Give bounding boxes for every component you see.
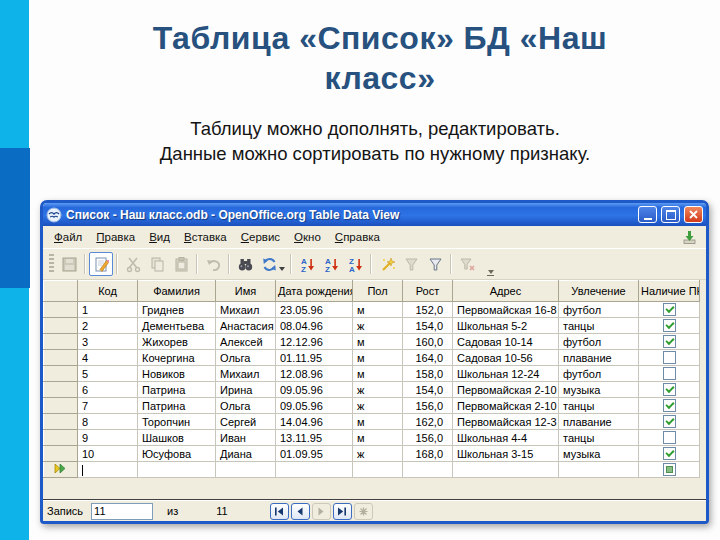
cell-pc[interactable] xyxy=(639,430,700,446)
pc-checkbox[interactable] xyxy=(663,303,676,316)
pc-checkbox[interactable] xyxy=(663,351,676,364)
cell-pc[interactable] xyxy=(639,414,700,430)
cell-address[interactable]: Школьная 3-15 xyxy=(453,446,559,462)
row-header[interactable] xyxy=(44,302,78,318)
cell-name[interactable]: Диана xyxy=(216,446,276,462)
cell-sex[interactable]: м xyxy=(353,366,403,382)
menu-item-4[interactable]: Сервис xyxy=(234,229,287,245)
cell-height[interactable]: 158,0 xyxy=(403,366,453,382)
cell-pc[interactable] xyxy=(639,302,700,318)
auto-filter-button[interactable] xyxy=(375,252,399,276)
cell-address[interactable]: Школьная 4-4 xyxy=(453,430,559,446)
column-header[interactable]: Пол xyxy=(353,281,403,302)
cell-birth[interactable]: 01.11.95 xyxy=(276,350,353,366)
cell-name[interactable]: Сергей xyxy=(216,414,276,430)
menu-item-3[interactable]: Вставка xyxy=(177,229,234,245)
cell-name[interactable]: Михаил xyxy=(216,366,276,382)
cell-birth[interactable]: 12.08.96 xyxy=(276,366,353,382)
table-corner[interactable] xyxy=(44,281,78,302)
cell-sex[interactable]: м xyxy=(353,302,403,318)
cell-height[interactable]: 152,0 xyxy=(403,302,453,318)
pc-checkbox[interactable] xyxy=(663,399,676,412)
cell-height[interactable]: 164,0 xyxy=(403,350,453,366)
edit-data-button[interactable] xyxy=(89,252,113,276)
new-record-button[interactable] xyxy=(354,503,373,520)
cell-birth[interactable]: 09.05.96 xyxy=(276,382,353,398)
new-cell-sex[interactable] xyxy=(353,462,403,478)
pc-checkbox[interactable] xyxy=(663,463,676,476)
column-header[interactable]: Наличие ПК xyxy=(639,281,700,302)
cell-birth[interactable]: 09.05.96 xyxy=(276,398,353,414)
remove-filter-button[interactable] xyxy=(455,252,479,276)
menu-item-1[interactable]: Правка xyxy=(89,229,142,245)
cell-id[interactable]: 7 xyxy=(78,398,138,414)
cell-id[interactable]: 3 xyxy=(78,334,138,350)
new-cell-surname[interactable] xyxy=(138,462,216,478)
cell-hobby[interactable]: футбол xyxy=(559,366,639,382)
sort-ascending-button[interactable]: A Z xyxy=(319,252,343,276)
pc-checkbox[interactable] xyxy=(663,319,676,332)
cell-id[interactable]: 10 xyxy=(78,446,138,462)
cell-address[interactable]: Школьная 5-2 xyxy=(453,318,559,334)
cell-address[interactable]: Первомайская 16-8 xyxy=(453,302,559,318)
next-record-button[interactable] xyxy=(312,503,331,520)
cell-name[interactable]: Ирина xyxy=(216,382,276,398)
minimize-button[interactable] xyxy=(638,206,657,223)
cell-birth[interactable]: 12.12.96 xyxy=(276,334,353,350)
cell-name[interactable]: Михаил xyxy=(216,302,276,318)
cell-id[interactable]: 8 xyxy=(78,414,138,430)
cell-hobby[interactable]: музыка xyxy=(559,382,639,398)
cell-address[interactable]: Первомайская 12-3 xyxy=(453,414,559,430)
record-number-input[interactable] xyxy=(91,503,153,520)
find-record-button[interactable] xyxy=(233,252,257,276)
paste-button[interactable] xyxy=(169,252,193,276)
cell-height[interactable]: 154,0 xyxy=(403,382,453,398)
cell-pc[interactable] xyxy=(639,398,700,414)
cell-sex[interactable]: ж xyxy=(353,318,403,334)
undo-button[interactable] xyxy=(201,252,225,276)
cell-hobby[interactable]: музыка xyxy=(559,446,639,462)
cell-surname[interactable]: Патрина xyxy=(138,382,216,398)
cell-pc[interactable] xyxy=(639,318,700,334)
cell-pc[interactable] xyxy=(639,350,700,366)
cell-birth[interactable]: 13.11.95 xyxy=(276,430,353,446)
cell-id[interactable]: 9 xyxy=(78,430,138,446)
cell-surname[interactable]: Патрина xyxy=(138,398,216,414)
cell-id[interactable]: 4 xyxy=(78,350,138,366)
cell-height[interactable]: 162,0 xyxy=(403,414,453,430)
pc-checkbox[interactable] xyxy=(663,367,676,380)
cell-hobby[interactable]: танцы xyxy=(559,398,639,414)
cell-birth[interactable]: 08.04.96 xyxy=(276,318,353,334)
cell-height[interactable]: 156,0 xyxy=(403,430,453,446)
menu-item-0[interactable]: Файл xyxy=(47,229,89,245)
cell-pc[interactable] xyxy=(639,382,700,398)
cell-hobby[interactable]: танцы xyxy=(559,318,639,334)
previous-record-button[interactable] xyxy=(291,503,310,520)
new-cell-hobby[interactable] xyxy=(559,462,639,478)
row-header[interactable] xyxy=(44,350,78,366)
apply-filter-button[interactable] xyxy=(399,252,423,276)
cell-height[interactable]: 160,0 xyxy=(403,334,453,350)
refresh-dropdown-icon[interactable] xyxy=(279,267,285,271)
cell-id[interactable]: 2 xyxy=(78,318,138,334)
copy-button[interactable] xyxy=(145,252,169,276)
new-record-indicator[interactable] xyxy=(44,462,78,478)
new-cell-name[interactable] xyxy=(216,462,276,478)
pc-checkbox[interactable] xyxy=(663,415,676,428)
menu-item-5[interactable]: Окно xyxy=(287,229,328,245)
cell-name[interactable]: Ольга xyxy=(216,350,276,366)
cell-pc[interactable] xyxy=(639,446,700,462)
pc-checkbox[interactable] xyxy=(663,383,676,396)
maximize-button[interactable] xyxy=(661,206,680,223)
cell-address[interactable]: Садовая 10-14 xyxy=(453,334,559,350)
cell-hobby[interactable]: плавание xyxy=(559,350,639,366)
cell-surname[interactable]: Жихорев xyxy=(138,334,216,350)
cell-name[interactable]: Ольга xyxy=(216,398,276,414)
cell-name[interactable]: Анастасия xyxy=(216,318,276,334)
column-header[interactable]: Увлечение xyxy=(559,281,639,302)
new-cell-id[interactable] xyxy=(78,462,138,478)
first-record-button[interactable] xyxy=(270,503,289,520)
cell-sex[interactable]: м xyxy=(353,334,403,350)
sort-descending-button[interactable]: Z A xyxy=(343,252,367,276)
sort-button[interactable]: A Z xyxy=(295,252,319,276)
